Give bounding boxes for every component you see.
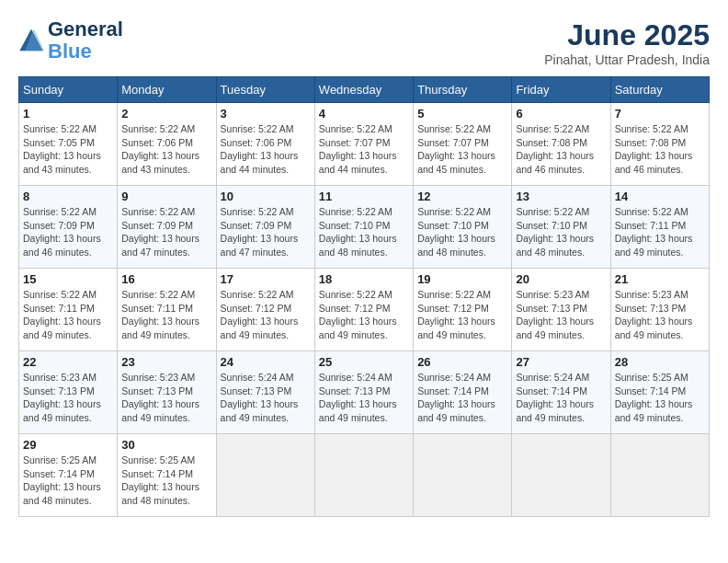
day-info: Sunrise: 5:23 AMSunset: 7:13 PMDaylight:… [516, 288, 606, 342]
table-row: 24Sunrise: 5:24 AMSunset: 7:13 PMDayligh… [216, 351, 314, 434]
day-number: 6 [516, 107, 606, 121]
month-title: June 2025 [544, 18, 710, 52]
table-row: 28Sunrise: 5:25 AMSunset: 7:14 PMDayligh… [610, 351, 709, 434]
day-info: Sunrise: 5:22 AMSunset: 7:09 PMDaylight:… [221, 205, 311, 259]
day-number: 4 [319, 107, 409, 121]
day-info: Sunrise: 5:25 AMSunset: 7:14 PMDaylight:… [121, 454, 211, 508]
day-number: 21 [615, 272, 705, 286]
day-number: 15 [23, 272, 113, 286]
day-info: Sunrise: 5:23 AMSunset: 7:13 PMDaylight:… [121, 371, 211, 425]
day-info: Sunrise: 5:22 AMSunset: 7:08 PMDaylight:… [615, 122, 705, 177]
table-row: 6Sunrise: 5:22 AMSunset: 7:08 PMDaylight… [512, 103, 610, 186]
table-row [610, 434, 709, 517]
day-number: 16 [121, 272, 211, 286]
day-number: 22 [23, 355, 113, 369]
day-info: Sunrise: 5:22 AMSunset: 7:09 PMDaylight:… [23, 205, 113, 259]
day-number: 7 [615, 107, 705, 121]
table-row: 18Sunrise: 5:22 AMSunset: 7:12 PMDayligh… [314, 269, 413, 351]
table-row: 16Sunrise: 5:22 AMSunset: 7:11 PMDayligh… [118, 269, 216, 351]
col-tuesday: Tuesday [216, 77, 314, 103]
day-info: Sunrise: 5:22 AMSunset: 7:08 PMDaylight:… [516, 122, 606, 177]
day-number: 2 [121, 107, 211, 121]
col-saturday: Saturday [610, 77, 709, 103]
calendar-week-row: 29Sunrise: 5:25 AMSunset: 7:14 PMDayligh… [19, 434, 710, 517]
col-monday: Monday [118, 77, 216, 103]
day-number: 18 [319, 272, 409, 286]
day-number: 12 [417, 190, 507, 203]
table-row: 26Sunrise: 5:24 AMSunset: 7:14 PMDayligh… [414, 351, 512, 434]
table-row: 2Sunrise: 5:22 AMSunset: 7:06 PMDaylight… [118, 103, 216, 186]
table-row [512, 434, 610, 517]
logo-text: General Blue [48, 18, 123, 63]
calendar-week-row: 22Sunrise: 5:23 AMSunset: 7:13 PMDayligh… [19, 351, 710, 434]
table-row: 25Sunrise: 5:24 AMSunset: 7:13 PMDayligh… [314, 351, 413, 434]
day-number: 30 [121, 438, 211, 452]
day-info: Sunrise: 5:22 AMSunset: 7:12 PMDaylight:… [319, 288, 409, 342]
day-number: 24 [221, 355, 311, 369]
day-info: Sunrise: 5:23 AMSunset: 7:13 PMDaylight:… [23, 371, 113, 425]
day-number: 19 [417, 272, 507, 286]
day-info: Sunrise: 5:22 AMSunset: 7:10 PMDaylight:… [516, 205, 606, 259]
calendar-table: Sunday Monday Tuesday Wednesday Thursday… [18, 76, 710, 517]
table-row: 23Sunrise: 5:23 AMSunset: 7:13 PMDayligh… [118, 351, 216, 434]
title-area: June 2025 Pinahat, Uttar Pradesh, India [544, 18, 710, 67]
table-row: 5Sunrise: 5:22 AMSunset: 7:07 PMDaylight… [414, 103, 512, 186]
table-row: 9Sunrise: 5:22 AMSunset: 7:09 PMDaylight… [118, 186, 216, 269]
table-row: 27Sunrise: 5:24 AMSunset: 7:14 PMDayligh… [512, 351, 610, 434]
col-sunday: Sunday [19, 77, 118, 103]
calendar-week-row: 8Sunrise: 5:22 AMSunset: 7:09 PMDaylight… [19, 186, 710, 269]
table-row: 7Sunrise: 5:22 AMSunset: 7:08 PMDaylight… [610, 103, 709, 186]
day-info: Sunrise: 5:24 AMSunset: 7:14 PMDaylight:… [516, 371, 606, 425]
col-thursday: Thursday [414, 77, 512, 103]
table-row: 30Sunrise: 5:25 AMSunset: 7:14 PMDayligh… [118, 434, 216, 517]
day-info: Sunrise: 5:22 AMSunset: 7:10 PMDaylight:… [319, 205, 409, 259]
day-number: 20 [516, 272, 606, 286]
day-number: 26 [417, 355, 507, 369]
day-info: Sunrise: 5:22 AMSunset: 7:05 PMDaylight:… [23, 122, 113, 177]
table-row: 12Sunrise: 5:22 AMSunset: 7:10 PMDayligh… [414, 186, 512, 269]
table-row: 13Sunrise: 5:22 AMSunset: 7:10 PMDayligh… [512, 186, 610, 269]
day-number: 29 [23, 438, 113, 452]
table-row: 8Sunrise: 5:22 AMSunset: 7:09 PMDaylight… [19, 186, 118, 269]
table-row: 1Sunrise: 5:22 AMSunset: 7:05 PMDaylight… [19, 103, 118, 186]
calendar-header-row: Sunday Monday Tuesday Wednesday Thursday… [19, 77, 710, 103]
table-row: 22Sunrise: 5:23 AMSunset: 7:13 PMDayligh… [19, 351, 118, 434]
table-row: 3Sunrise: 5:22 AMSunset: 7:06 PMDaylight… [216, 103, 314, 186]
day-number: 8 [23, 190, 113, 203]
calendar-week-row: 1Sunrise: 5:22 AMSunset: 7:05 PMDaylight… [19, 103, 710, 186]
table-row: 10Sunrise: 5:22 AMSunset: 7:09 PMDayligh… [216, 186, 314, 269]
day-info: Sunrise: 5:22 AMSunset: 7:07 PMDaylight:… [417, 122, 507, 177]
table-row: 11Sunrise: 5:22 AMSunset: 7:10 PMDayligh… [314, 186, 413, 269]
table-row: 17Sunrise: 5:22 AMSunset: 7:12 PMDayligh… [216, 269, 314, 351]
day-info: Sunrise: 5:25 AMSunset: 7:14 PMDaylight:… [23, 454, 113, 508]
table-row [314, 434, 413, 517]
logo: General Blue [18, 18, 123, 63]
table-row: 20Sunrise: 5:23 AMSunset: 7:13 PMDayligh… [512, 269, 610, 351]
day-number: 27 [516, 355, 606, 369]
col-wednesday: Wednesday [314, 77, 413, 103]
logo-icon [18, 28, 44, 53]
page-header: General Blue June 2025 Pinahat, Uttar Pr… [18, 18, 710, 67]
day-number: 5 [417, 107, 507, 121]
day-info: Sunrise: 5:24 AMSunset: 7:13 PMDaylight:… [221, 371, 311, 425]
day-number: 9 [121, 190, 211, 203]
day-info: Sunrise: 5:22 AMSunset: 7:11 PMDaylight:… [615, 205, 705, 259]
location: Pinahat, Uttar Pradesh, India [544, 52, 710, 67]
day-number: 3 [221, 107, 311, 121]
table-row: 21Sunrise: 5:23 AMSunset: 7:13 PMDayligh… [610, 269, 709, 351]
day-number: 1 [23, 107, 113, 121]
table-row [414, 434, 512, 517]
day-info: Sunrise: 5:22 AMSunset: 7:09 PMDaylight:… [121, 205, 211, 259]
day-info: Sunrise: 5:25 AMSunset: 7:14 PMDaylight:… [615, 371, 705, 425]
day-info: Sunrise: 5:22 AMSunset: 7:10 PMDaylight:… [417, 205, 507, 259]
day-info: Sunrise: 5:22 AMSunset: 7:07 PMDaylight:… [319, 122, 409, 177]
day-info: Sunrise: 5:22 AMSunset: 7:12 PMDaylight:… [221, 288, 311, 342]
day-number: 10 [221, 190, 311, 203]
day-info: Sunrise: 5:22 AMSunset: 7:11 PMDaylight:… [121, 288, 211, 342]
day-number: 17 [221, 272, 311, 286]
table-row [216, 434, 314, 517]
day-number: 25 [319, 355, 409, 369]
table-row: 15Sunrise: 5:22 AMSunset: 7:11 PMDayligh… [19, 269, 118, 351]
day-info: Sunrise: 5:22 AMSunset: 7:12 PMDaylight:… [417, 288, 507, 342]
day-number: 11 [319, 190, 409, 203]
